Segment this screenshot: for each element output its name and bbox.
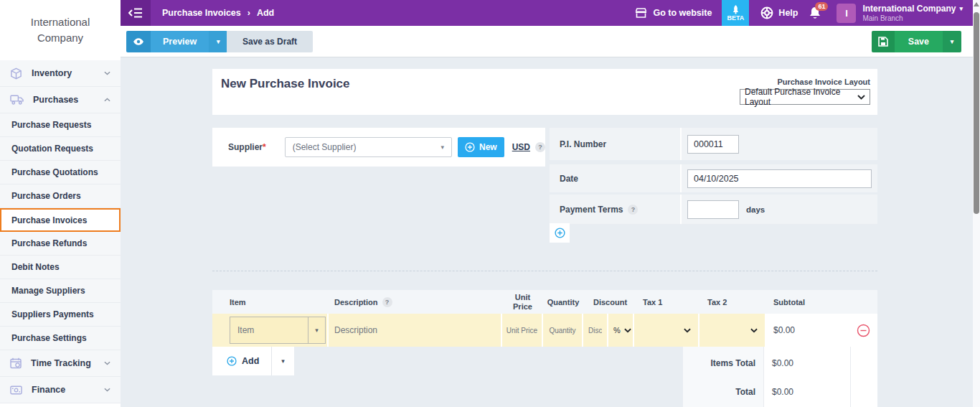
add-item-button[interactable]: Add xyxy=(212,356,271,366)
date-input[interactable] xyxy=(687,169,872,188)
add-item-dropdown-button[interactable]: ▾ xyxy=(272,357,294,365)
help-label: Help xyxy=(778,8,798,18)
add-icon xyxy=(465,142,475,152)
page-scrollbar[interactable] xyxy=(973,0,980,407)
date-label: Date xyxy=(560,174,578,184)
add-field-button[interactable] xyxy=(550,223,570,243)
currency-help-icon[interactable]: ? xyxy=(535,142,545,152)
sidebar-item-inventory[interactable]: Inventory xyxy=(0,60,121,87)
scrollbar-up-arrow[interactable] xyxy=(974,2,979,6)
total-value: $0.00 xyxy=(764,387,793,397)
breadcrumb: Purchase Invoices › Add xyxy=(162,8,274,18)
required-mark: * xyxy=(263,142,266,152)
inventory-icon xyxy=(10,67,22,80)
preview-icon xyxy=(126,31,151,52)
beta-label: BETA xyxy=(727,14,744,22)
sidebar-item-time-tracking[interactable]: Time Tracking xyxy=(0,350,121,377)
save-as-draft-button[interactable]: Save as Draft xyxy=(227,31,313,52)
new-supplier-button[interactable]: New xyxy=(458,137,504,157)
sidebar-item-purchases[interactable]: Purchases xyxy=(0,87,121,113)
sidebar-item-label: Time Tracking xyxy=(31,358,91,368)
account-menu[interactable]: International Company ▾ Main Branch xyxy=(862,4,963,22)
collapse-sidebar-button[interactable] xyxy=(121,0,151,26)
save-button[interactable]: Save ▾ xyxy=(872,31,961,52)
date-row: Date xyxy=(550,164,877,192)
supplier-select[interactable]: (Select Supplier) ▾ xyxy=(285,137,452,157)
company-name-line1: International xyxy=(31,14,90,30)
payment-terms-help-icon[interactable]: ? xyxy=(628,205,638,215)
topbar-actions: Go to website BETA Help 61 I Internation… xyxy=(635,0,973,26)
sidebar-item-suppliers-payments[interactable]: Suppliers Payments xyxy=(0,303,121,327)
pi-number-input[interactable] xyxy=(687,135,739,154)
description-help-icon[interactable]: ? xyxy=(382,297,392,307)
notifications-button[interactable]: 61 xyxy=(809,6,821,19)
breadcrumb-parent[interactable]: Purchase Invoices xyxy=(162,8,241,18)
sidebar-item-manage-suppliers[interactable]: Manage Suppliers xyxy=(0,279,121,303)
help-button[interactable]: Help xyxy=(760,6,798,19)
go-to-website-link[interactable]: Go to website xyxy=(635,8,712,18)
items-total-value: $0.00 xyxy=(764,358,793,368)
beta-button[interactable]: BETA xyxy=(722,0,749,26)
currency-link[interactable]: USD xyxy=(512,142,530,152)
items-total-label: Items Total xyxy=(683,358,764,368)
item-cell: Item ▾ xyxy=(212,314,329,347)
sidebar-item-finance[interactable]: Finance xyxy=(0,377,121,403)
finance-icon xyxy=(10,385,22,395)
chevron-down-icon xyxy=(684,328,691,333)
item-select[interactable]: Item ▾ xyxy=(230,317,326,344)
add-icon xyxy=(227,356,237,366)
column-header-description-text: Description xyxy=(334,298,378,307)
discount-input[interactable] xyxy=(583,314,607,347)
total-row: Total $0.00 xyxy=(683,383,877,401)
description-cell xyxy=(329,314,502,347)
tax2-select[interactable] xyxy=(699,314,766,347)
scrollbar-thumb[interactable] xyxy=(974,12,979,214)
sidebar-item-debit-notes[interactable]: Debit Notes xyxy=(0,256,121,279)
sidebar-item-purchase-refunds[interactable]: Purchase Refunds xyxy=(0,232,121,256)
tax1-select[interactable] xyxy=(634,314,699,347)
top-navigation-bar: Purchase Invoices › Add Go to website BE… xyxy=(121,0,973,26)
remove-row-button[interactable] xyxy=(849,314,877,347)
preview-dropdown-button[interactable]: ▾ xyxy=(209,31,227,52)
unit-price-input[interactable] xyxy=(502,314,542,347)
chevron-up-icon xyxy=(104,98,110,102)
column-header-subtotal: Subtotal xyxy=(766,298,849,307)
items-total-row: Items Total $0.00 xyxy=(683,355,877,372)
sidebar-item-purchase-invoices-active[interactable]: Purchase Invoices xyxy=(0,208,121,232)
sidebar-item-purchase-orders[interactable]: Purchase Orders xyxy=(0,184,121,208)
sidebar-item-label: Purchase Quotations xyxy=(11,167,98,177)
sidebar-item-label: Purchase Orders xyxy=(11,191,81,201)
items-table: Item Description ? Unit Price Quantity D… xyxy=(212,290,877,347)
sidebar-item-label: Purchase Settings xyxy=(11,333,87,343)
items-table-header: Item Description ? Unit Price Quantity D… xyxy=(212,290,877,314)
save-dropdown-button[interactable]: ▾ xyxy=(943,31,961,52)
preview-button[interactable]: Preview ▾ xyxy=(126,31,227,52)
supplier-label: Supplier* xyxy=(228,142,266,152)
payment-terms-label: Payment Terms ? xyxy=(560,205,638,215)
page-title: New Purchase Invoice xyxy=(221,77,350,91)
chevron-down-icon xyxy=(104,71,110,75)
chevron-down-icon xyxy=(624,328,631,333)
quantity-input[interactable] xyxy=(543,314,582,347)
discount-unit-select[interactable]: % xyxy=(608,314,634,347)
divider xyxy=(680,164,682,192)
payment-terms-input[interactable] xyxy=(687,200,739,219)
preview-label: Preview xyxy=(151,31,209,52)
subtotal-value: $0.00 xyxy=(766,325,795,335)
pi-number-label: P.I. Number xyxy=(560,139,606,149)
sidebar-item-purchase-settings[interactable]: Purchase Settings xyxy=(0,327,121,350)
divider xyxy=(680,195,682,224)
save-label: Save xyxy=(895,31,943,52)
sidebar: International Company Inventory Purchase… xyxy=(0,0,121,407)
sidebar-item-label: Purchase Invoices xyxy=(11,215,87,225)
chevron-down-icon xyxy=(857,95,865,100)
sidebar-item-purchase-quotations[interactable]: Purchase Quotations xyxy=(0,161,121,184)
sidebar-item-quotation-requests[interactable]: Quotation Requests xyxy=(0,137,121,161)
sidebar-item-purchase-requests[interactable]: Purchase Requests xyxy=(0,113,121,137)
avatar[interactable]: I xyxy=(837,4,856,23)
layout-select-value: Default Purchase Invoice Layout xyxy=(745,87,857,107)
layout-select[interactable]: Default Purchase Invoice Layout xyxy=(740,89,870,105)
chevron-down-icon xyxy=(750,328,758,333)
company-logo[interactable]: International Company xyxy=(0,0,121,60)
description-input[interactable] xyxy=(329,314,501,347)
